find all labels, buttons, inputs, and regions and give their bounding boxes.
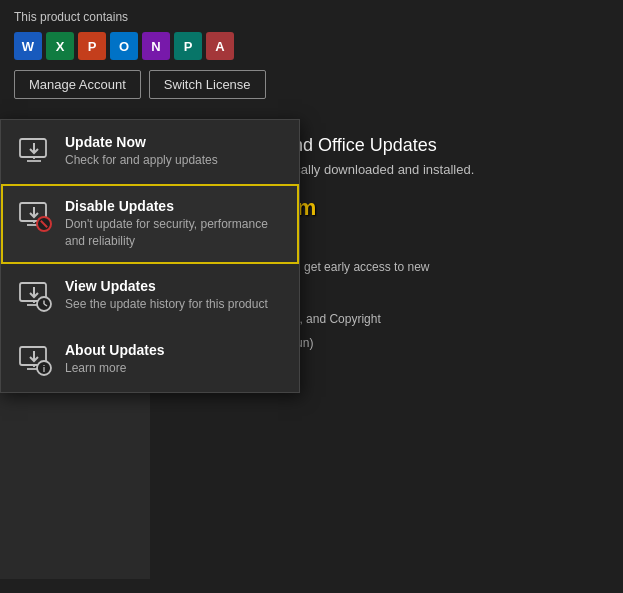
about-updates-desc: Learn more bbox=[65, 360, 283, 377]
access-icon: A bbox=[206, 32, 234, 60]
product-contains-label: This product contains bbox=[14, 10, 609, 24]
view-updates-desc: See the update history for this product bbox=[65, 296, 283, 313]
menu-item-view-updates[interactable]: View Updates See the update history for … bbox=[1, 264, 299, 328]
app-icons-row: W X P O N P A bbox=[14, 32, 609, 60]
view-updates-text: View Updates See the update history for … bbox=[65, 278, 283, 313]
main-content: UpdateOptions ∨ Microsoft 365 and Office… bbox=[0, 119, 623, 579]
excel-icon: X bbox=[46, 32, 74, 60]
disable-updates-text: Disable Updates Don't update for securit… bbox=[65, 198, 283, 250]
onenote-icon: N bbox=[142, 32, 170, 60]
manage-account-button[interactable]: Manage Account bbox=[14, 70, 141, 99]
word-icon: W bbox=[14, 32, 42, 60]
disable-updates-title: Disable Updates bbox=[65, 198, 283, 214]
outlook-icon: O bbox=[110, 32, 138, 60]
dropdown-menu: Update Now Check for and apply updates bbox=[0, 119, 300, 393]
menu-item-update-now[interactable]: Update Now Check for and apply updates bbox=[1, 120, 299, 184]
menu-item-about-updates[interactable]: i About Updates Learn more bbox=[1, 328, 299, 392]
about-updates-icon: i bbox=[17, 342, 53, 378]
svg-text:i: i bbox=[43, 364, 46, 374]
update-now-icon bbox=[17, 134, 53, 170]
update-now-desc: Check for and apply updates bbox=[65, 152, 283, 169]
update-now-text: Update Now Check for and apply updates bbox=[65, 134, 283, 169]
action-buttons-row: Manage Account Switch License bbox=[14, 70, 609, 99]
view-updates-title: View Updates bbox=[65, 278, 283, 294]
about-updates-title: About Updates bbox=[65, 342, 283, 358]
about-updates-text: About Updates Learn more bbox=[65, 342, 283, 377]
top-bar: This product contains W X P O N P A Mana… bbox=[0, 0, 623, 119]
powerpoint-icon: P bbox=[78, 32, 106, 60]
update-now-title: Update Now bbox=[65, 134, 283, 150]
disable-updates-desc: Don't update for security, performance a… bbox=[65, 216, 283, 250]
menu-item-disable-updates[interactable]: Disable Updates Don't update for securit… bbox=[1, 184, 299, 264]
disable-updates-icon bbox=[17, 198, 53, 234]
view-updates-icon bbox=[17, 278, 53, 314]
switch-license-button[interactable]: Switch License bbox=[149, 70, 266, 99]
publisher-icon: P bbox=[174, 32, 202, 60]
